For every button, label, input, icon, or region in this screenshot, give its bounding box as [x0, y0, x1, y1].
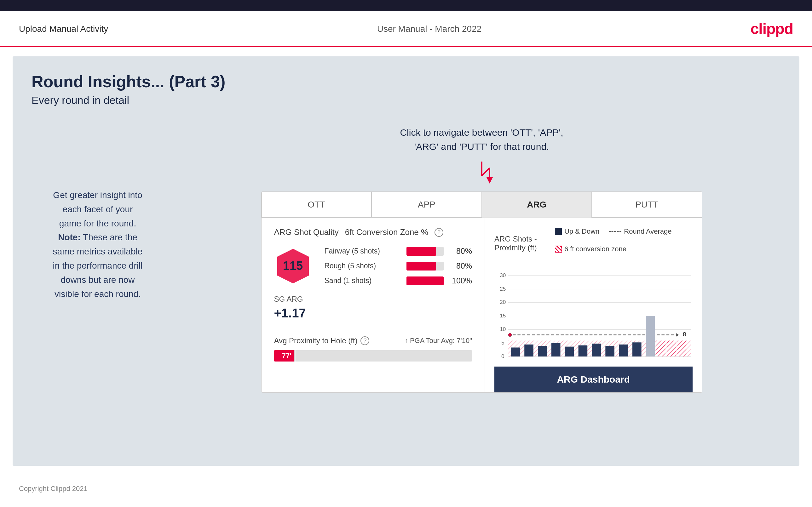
- svg-rect-27: [538, 346, 547, 356]
- svg-rect-32: [605, 346, 614, 356]
- updown-legend-icon: [555, 228, 562, 235]
- proximity-header: Avg Proximity to Hole (ft) ? ↑ PGA Tour …: [274, 336, 472, 345]
- proximity-value: 77': [282, 352, 292, 360]
- sand-bar-fill: [406, 277, 444, 285]
- legend-round-avg: Round Average: [609, 227, 671, 235]
- rough-bar-track: [406, 262, 444, 271]
- cursor-line: [295, 350, 295, 361]
- round-avg-legend-icon: [609, 231, 621, 232]
- sg-section: SG ARG +1.17: [274, 295, 472, 320]
- svg-text:5: 5: [501, 339, 504, 346]
- arrow-container: [469, 160, 494, 185]
- page-subtitle: Every round in detail: [32, 94, 780, 106]
- fairway-bar-row: Fairway (5 shots) 80%: [324, 246, 472, 256]
- svg-text:30: 30: [500, 272, 506, 278]
- footer: Copyright Clippd 2021: [0, 475, 812, 502]
- left-section: ARG Shot Quality 6ft Conversion Zone % ?…: [261, 218, 485, 392]
- left-panel: Get greater insight intoeach facet of yo…: [32, 125, 164, 301]
- card-body: ARG Shot Quality 6ft Conversion Zone % ?…: [261, 218, 702, 392]
- shot-quality-header: ARG Shot Quality 6ft Conversion Zone % ?: [274, 227, 472, 237]
- svg-rect-29: [565, 347, 574, 356]
- chart-title-row: ARG Shots - Proximity (ft) Up & Down Rou…: [494, 227, 693, 260]
- svg-rect-37: [667, 341, 676, 356]
- clippd-logo: clippd: [751, 20, 793, 38]
- svg-rect-35: [646, 316, 655, 357]
- svg-marker-22: [508, 333, 512, 337]
- sand-bar-row: Sand (1 shots) 100%: [324, 276, 472, 285]
- proximity-section: Avg Proximity to Hole (ft) ? ↑ PGA Tour …: [274, 330, 472, 361]
- chart-legend: Up & Down Round Average 6 ft conversion …: [555, 227, 692, 253]
- shot-quality-label: ARG Shot Quality: [274, 227, 339, 237]
- rough-pct: 80%: [450, 261, 472, 271]
- svg-rect-25: [511, 348, 520, 357]
- sand-bar-track: [406, 277, 444, 285]
- tab-putt[interactable]: PUTT: [592, 192, 702, 218]
- fairway-label: Fairway (5 shots): [324, 247, 400, 256]
- page-title: Round Insights... (Part 3): [32, 72, 780, 91]
- content-area: Get greater insight intoeach facet of yo…: [32, 125, 780, 393]
- svg-rect-31: [592, 344, 601, 356]
- proximity-bar-track: 77': [274, 350, 472, 361]
- svg-line-1: [482, 168, 490, 176]
- svg-rect-30: [578, 345, 588, 356]
- proximity-chart: 0 5 10 15 20 25 30: [494, 263, 693, 363]
- proximity-label: Avg Proximity to Hole (ft): [274, 336, 358, 345]
- fairway-pct: 80%: [450, 246, 472, 256]
- svg-text:8: 8: [683, 331, 686, 338]
- main-content: Round Insights... (Part 3) Every round i…: [13, 56, 799, 466]
- svg-text:0: 0: [501, 353, 504, 359]
- annotation-text: Click to navigate between 'OTT', 'APP','…: [400, 125, 563, 154]
- fairway-bar-fill: [406, 247, 437, 256]
- rough-bar-row: Rough (5 shots) 80%: [324, 261, 472, 271]
- chart-area: 0 5 10 15 20 25 30: [494, 263, 693, 363]
- conversion-bars: Fairway (5 shots) 80% Rough (5 shots): [324, 246, 472, 285]
- svg-text:10: 10: [500, 326, 506, 332]
- 6ft-legend-label: 6 ft conversion zone: [564, 245, 626, 253]
- sg-value: +1.17: [274, 306, 472, 320]
- svg-text:15: 15: [500, 313, 506, 319]
- svg-text:20: 20: [500, 299, 506, 305]
- tab-bar: OTT APP ARG PUTT: [261, 192, 702, 218]
- rough-bar-fill: [406, 262, 437, 271]
- proximity-help-icon[interactable]: ?: [360, 336, 369, 345]
- svg-rect-33: [619, 344, 628, 356]
- svg-rect-28: [551, 343, 561, 356]
- chart-title: ARG Shots - Proximity (ft): [494, 235, 555, 252]
- svg-marker-3: [487, 177, 493, 184]
- copyright-text: Copyright Clippd 2021: [19, 485, 88, 493]
- right-section: ARG Shots - Proximity (ft) Up & Down Rou…: [485, 218, 702, 392]
- legend-updown: Up & Down: [555, 227, 599, 235]
- score-hex: 115: [274, 247, 312, 285]
- proximity-bar-fill: 77': [274, 350, 294, 361]
- fairway-bar-track: [406, 247, 444, 256]
- svg-marker-23: [676, 333, 679, 337]
- tab-ott[interactable]: OTT: [261, 192, 372, 218]
- round-avg-legend-label: Round Average: [624, 227, 671, 235]
- svg-rect-34: [632, 342, 642, 356]
- header: Upload Manual Activity User Manual - Mar…: [0, 11, 812, 47]
- svg-rect-36: [656, 341, 665, 356]
- right-area: Click to navigate between 'OTT', 'APP','…: [183, 125, 780, 393]
- proximity-title: Avg Proximity to Hole (ft) ?: [274, 336, 370, 345]
- rough-label: Rough (5 shots): [324, 262, 400, 270]
- hexagon-score-row: 115 Fairway (5 shots) 80%: [274, 246, 472, 285]
- upload-manual-label[interactable]: Upload Manual Activity: [19, 24, 108, 34]
- sand-pct: 100%: [450, 276, 472, 285]
- help-icon[interactable]: ?: [435, 228, 443, 237]
- top-bar: [0, 0, 812, 11]
- tab-app[interactable]: APP: [371, 192, 482, 218]
- header-center-label: User Manual - March 2022: [377, 24, 481, 34]
- note-label: Note:: [58, 232, 81, 242]
- svg-text:25: 25: [500, 286, 506, 292]
- navigation-arrow-icon: [469, 160, 494, 185]
- 6ft-legend-icon: [555, 246, 562, 252]
- description-text: Get greater insight intoeach facet of yo…: [32, 188, 164, 301]
- sand-label: Sand (1 shots): [324, 277, 400, 285]
- hex-score-value: 115: [283, 259, 303, 273]
- tab-arg[interactable]: ARG: [482, 192, 592, 218]
- sg-label: SG ARG: [274, 295, 472, 303]
- svg-rect-26: [524, 344, 534, 356]
- updown-legend-label: Up & Down: [564, 227, 599, 235]
- legend-6ft: 6 ft conversion zone: [555, 245, 626, 253]
- arg-dashboard-button[interactable]: ARG Dashboard: [494, 367, 693, 392]
